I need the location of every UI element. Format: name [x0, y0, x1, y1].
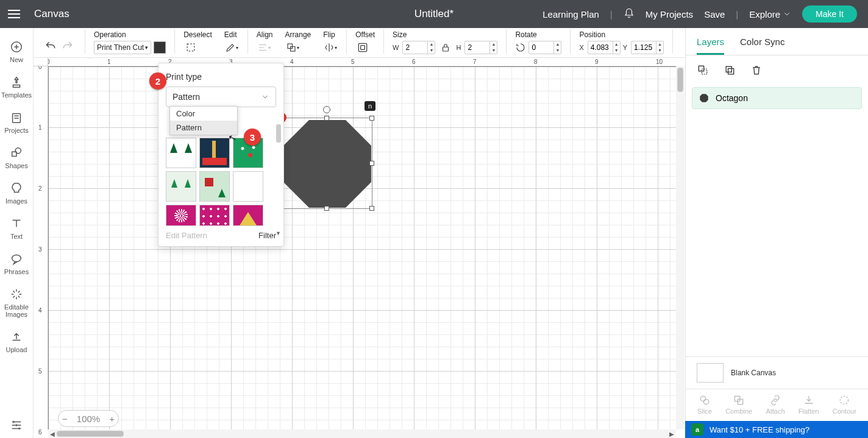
- octagon-shape[interactable]: [282, 118, 373, 210]
- vertical-scrollbar[interactable]: [676, 66, 685, 429]
- pattern-swatch[interactable]: [166, 138, 196, 168]
- editable-images-tool[interactable]: Editable Images: [0, 281, 33, 324]
- svg-rect-10: [443, 47, 449, 51]
- tab-layers[interactable]: Layers: [697, 37, 724, 55]
- option-pattern[interactable]: Pattern: [170, 121, 237, 135]
- rotate-input[interactable]: ▲▼: [528, 41, 561, 54]
- shapes-tool[interactable]: Shapes: [0, 140, 33, 175]
- undo-button[interactable]: [42, 38, 59, 55]
- flip-label: Flip: [323, 30, 338, 39]
- redo-button[interactable]: [59, 38, 76, 55]
- images-tool[interactable]: Images: [0, 175, 33, 211]
- phrases-tool[interactable]: Phrases: [0, 246, 33, 281]
- pattern-swatch[interactable]: [233, 171, 263, 202]
- make-it-button[interactable]: Make It: [802, 5, 857, 23]
- zoom-out-button[interactable]: −: [62, 414, 68, 424]
- pos-y-input[interactable]: ▲▼: [631, 41, 664, 54]
- pattern-swatch[interactable]: [166, 205, 196, 226]
- svg-point-4: [12, 255, 21, 262]
- width-input[interactable]: ▲▼: [402, 41, 435, 54]
- canvas-grid[interactable]: ✕ n: [48, 66, 676, 429]
- zoom-control[interactable]: − 100% +: [58, 410, 119, 427]
- menu-button[interactable]: [0, 10, 28, 18]
- annotation-3: 3: [244, 129, 261, 146]
- my-projects-link[interactable]: My Projects: [646, 9, 693, 19]
- pattern-swatch[interactable]: [199, 138, 230, 168]
- lock-icon[interactable]: [440, 42, 451, 53]
- height-input[interactable]: ▲▼: [464, 41, 497, 54]
- height-stepper[interactable]: ▲▼: [489, 41, 497, 54]
- filter-button[interactable]: Filter: [258, 231, 276, 240]
- duplicate-button[interactable]: [724, 64, 736, 79]
- width-stepper[interactable]: ▲▼: [427, 41, 435, 54]
- edit-pattern-button: Edit Pattern: [166, 231, 207, 240]
- pos-x-stepper[interactable]: ▲▼: [613, 41, 620, 54]
- scroll-left-arrow[interactable]: ◀: [48, 431, 57, 437]
- edit-dropdown[interactable]: ▾: [224, 40, 239, 55]
- learning-plan-link[interactable]: Learning Plan: [542, 9, 599, 19]
- w-label: W: [393, 44, 399, 51]
- resize-handle[interactable]: [369, 116, 374, 121]
- scroll-right-arrow[interactable]: ▶: [667, 431, 676, 437]
- divider: [85, 29, 85, 54]
- save-button[interactable]: Save: [704, 9, 725, 19]
- new-tool[interactable]: New: [0, 34, 33, 69]
- delete-button[interactable]: [750, 64, 763, 79]
- templates-label: Templates: [1, 91, 32, 99]
- layer-item[interactable]: Octagon: [692, 87, 862, 109]
- annotation-2: 2: [149, 72, 166, 90]
- pattern-swatch[interactable]: [233, 205, 263, 226]
- width-field[interactable]: [403, 43, 427, 52]
- explore-dropdown[interactable]: Explore: [749, 9, 791, 19]
- print-type-dropdown: Color Pattern: [169, 106, 238, 135]
- templates-tool[interactable]: Templates: [0, 69, 33, 105]
- phrases-label: Phrases: [4, 268, 29, 275]
- pattern-swatch[interactable]: [199, 171, 230, 202]
- upload-tool[interactable]: Upload: [0, 324, 33, 359]
- print-type-select[interactable]: Pattern: [166, 87, 276, 107]
- popover-scrollbar[interactable]: ▼: [276, 124, 281, 234]
- chevron-down-icon: [783, 10, 791, 18]
- horizontal-scrollbar[interactable]: ◀ ▶: [48, 429, 676, 438]
- resize-handle[interactable]: [369, 161, 374, 166]
- svg-rect-5: [187, 44, 194, 51]
- group-button[interactable]: [697, 64, 709, 79]
- operation-select[interactable]: Print Then Cut▾: [94, 41, 151, 54]
- notifications-button[interactable]: [624, 8, 635, 21]
- h-label: H: [456, 44, 461, 51]
- resize-handle[interactable]: [369, 206, 374, 211]
- canvas-area: 01234567891011 01234567 ✕ n: [34, 58, 685, 438]
- document-title[interactable]: Untitled*: [414, 8, 454, 20]
- rotate-field[interactable]: [529, 43, 553, 52]
- projects-tool[interactable]: Projects: [0, 105, 33, 140]
- zoom-in-button[interactable]: +: [109, 414, 115, 424]
- deselect-button[interactable]: [183, 40, 198, 55]
- text-tool[interactable]: Text: [0, 211, 33, 246]
- attach-button: Attach: [766, 394, 784, 415]
- offset-button[interactable]: [355, 40, 370, 55]
- text-label: Text: [10, 233, 23, 240]
- tab-color-sync[interactable]: Color Sync: [740, 37, 784, 55]
- pattern-swatch[interactable]: [199, 205, 230, 226]
- flip-dropdown[interactable]: ▾: [323, 40, 338, 55]
- pattern-swatch[interactable]: [166, 171, 196, 202]
- pos-x-input[interactable]: ▲▼: [588, 41, 621, 54]
- rotate-handle[interactable]: [323, 106, 330, 113]
- pos-y-stepper[interactable]: ▲▼: [656, 41, 663, 54]
- height-field[interactable]: [465, 43, 489, 52]
- promo-bar[interactable]: a Want $10 + FREE shipping?: [685, 421, 868, 438]
- arrange-dropdown[interactable]: ▾: [285, 40, 300, 55]
- pos-x-field[interactable]: [588, 43, 613, 52]
- option-color[interactable]: Color: [170, 107, 237, 121]
- resize-handle[interactable]: [324, 116, 329, 121]
- selection-box[interactable]: ✕ n: [281, 118, 372, 209]
- blank-canvas-row[interactable]: Blank Canvas: [686, 356, 868, 389]
- pattern-grid: [166, 138, 276, 226]
- fill-swatch-button[interactable]: [154, 41, 166, 54]
- settings-tool[interactable]: [0, 412, 33, 438]
- combine-button: Combine: [725, 394, 752, 415]
- rotate-stepper[interactable]: ▲▼: [553, 41, 561, 54]
- resize-handle[interactable]: [324, 206, 329, 211]
- pos-y-field[interactable]: [631, 43, 656, 52]
- chevron-down-icon: ▾: [145, 44, 148, 51]
